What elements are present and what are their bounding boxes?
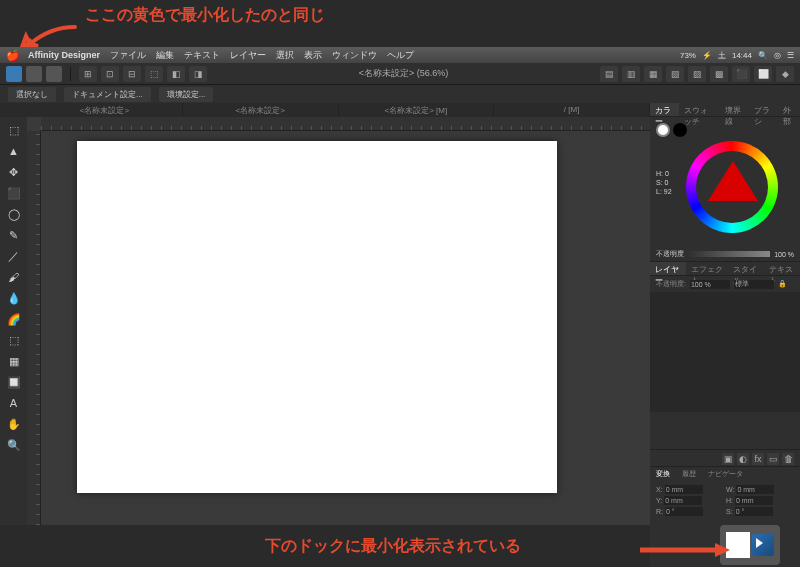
canvas[interactable] xyxy=(77,141,557,493)
persona-pixel-icon[interactable] xyxy=(26,66,42,82)
battery-status[interactable]: 73% xyxy=(680,51,696,60)
adjustment-icon[interactable]: ◐ xyxy=(737,453,749,465)
notification-icon[interactable]: ☰ xyxy=(787,51,794,60)
fill-swatch[interactable] xyxy=(656,123,670,137)
spotlight-icon[interactable]: 🔍 xyxy=(758,51,768,60)
canvas-viewport[interactable] xyxy=(27,117,650,525)
fx-icon[interactable]: fx xyxy=(752,453,764,465)
color-triangle[interactable] xyxy=(708,161,758,201)
persona-designer-icon[interactable] xyxy=(6,66,22,82)
mask-icon[interactable]: ▣ xyxy=(722,453,734,465)
menu-text[interactable]: テキスト xyxy=(184,49,220,62)
toolbar-btn[interactable]: ▩ xyxy=(710,66,728,82)
tab-brushes[interactable]: ブラシ xyxy=(749,103,778,116)
tab-swatches[interactable]: スウォッチ xyxy=(679,103,720,116)
shape-tool-icon[interactable]: ▦ xyxy=(5,352,23,370)
tab-layers[interactable]: レイヤー xyxy=(650,262,686,275)
day-label: 土 xyxy=(718,50,726,61)
tab-transform[interactable]: 変換 xyxy=(650,467,676,481)
toolbar-btn[interactable]: ⊟ xyxy=(123,66,141,82)
transform-y-input[interactable] xyxy=(664,496,702,505)
toolbar-btn[interactable]: ⬚ xyxy=(145,66,163,82)
toolbar-btn[interactable]: ◨ xyxy=(189,66,207,82)
color-wheel[interactable] xyxy=(686,141,778,233)
tab-external[interactable]: 外部 xyxy=(778,103,801,116)
menu-file[interactable]: ファイル xyxy=(110,49,146,62)
ruler-horizontal[interactable] xyxy=(41,117,650,131)
pan-tool-icon[interactable]: ✋ xyxy=(5,415,23,433)
siri-icon[interactable]: ◎ xyxy=(774,51,781,60)
transform-r-input[interactable] xyxy=(665,507,703,516)
toolbar-btn[interactable]: ▤ xyxy=(600,66,618,82)
tab-stroke[interactable]: 境界線 xyxy=(720,103,749,116)
menu-help[interactable]: ヘルプ xyxy=(387,49,414,62)
opacity-value[interactable]: 100 % xyxy=(774,251,794,258)
menu-layer[interactable]: レイヤー xyxy=(230,49,266,62)
preferences-button[interactable]: 環境設定... xyxy=(159,87,214,102)
group-icon[interactable]: ▭ xyxy=(767,453,779,465)
app-name[interactable]: Affinity Designer xyxy=(28,50,100,60)
lock-icon[interactable]: 🔒 xyxy=(778,280,787,288)
wifi-icon[interactable]: ⚡ xyxy=(702,51,712,60)
trash-icon[interactable]: 🗑 xyxy=(782,453,794,465)
ellipse-tool-icon[interactable]: ◯ xyxy=(5,205,23,223)
transform-h-input[interactable] xyxy=(735,496,773,505)
document-tab[interactable]: / [M] xyxy=(494,103,650,117)
fill-tool-icon[interactable]: 💧 xyxy=(5,289,23,307)
clock[interactable]: 14:44 xyxy=(732,51,752,60)
toolbar-btn[interactable]: ▨ xyxy=(688,66,706,82)
toolbar-btn[interactable]: ▧ xyxy=(666,66,684,82)
menu-edit[interactable]: 編集 xyxy=(156,49,174,62)
layers-list[interactable] xyxy=(650,292,800,412)
toolbar-btn[interactable]: ⊞ xyxy=(79,66,97,82)
toolbar-btn[interactable]: ◧ xyxy=(167,66,185,82)
tab-styles[interactable]: スタイル xyxy=(728,262,764,275)
artboard-tool-icon[interactable]: 🔲 xyxy=(5,373,23,391)
menu-select[interactable]: 選択 xyxy=(276,49,294,62)
menu-window[interactable]: ウィンドウ xyxy=(332,49,377,62)
toolbar-btn[interactable]: ▥ xyxy=(622,66,640,82)
layer-opacity-label: 不透明度: xyxy=(656,279,686,289)
tab-color[interactable]: カラー xyxy=(650,103,679,116)
document-tab[interactable]: <名称未設定> [M] xyxy=(339,103,495,117)
ruler-vertical[interactable] xyxy=(27,131,41,525)
document-tab[interactable]: <名称未設定> xyxy=(27,103,183,117)
document-tab[interactable]: <名称未設定> xyxy=(183,103,339,117)
pencil-tool-icon[interactable]: ／ xyxy=(5,247,23,265)
apple-menu-icon[interactable]: 🍎 xyxy=(6,49,20,62)
annotation-top: ここの黄色で最小化したのと同じ xyxy=(85,5,325,26)
point-tool-icon[interactable]: ✥ xyxy=(5,163,23,181)
crop-tool-icon[interactable]: ⬚ xyxy=(5,331,23,349)
opacity-slider[interactable] xyxy=(688,251,770,257)
toolbar-btn[interactable]: ⬜ xyxy=(754,66,772,82)
zoom-tool-icon[interactable]: 🔍 xyxy=(5,436,23,454)
move-tool-icon[interactable]: ⬚ xyxy=(5,121,23,139)
arrow-bottom-icon xyxy=(640,541,730,559)
tab-effects[interactable]: エフェクト xyxy=(686,262,728,275)
transform-w-input[interactable] xyxy=(736,485,774,494)
toolbar-btn[interactable]: ◆ xyxy=(776,66,794,82)
pen-tool-icon[interactable]: ✎ xyxy=(5,226,23,244)
toolbar-btn[interactable]: ⬛ xyxy=(732,66,750,82)
transform-x-input[interactable] xyxy=(665,485,703,494)
tools-panel: ⬚ ▲ ✥ ⬛ ◯ ✎ ／ 🖌 💧 🌈 ⬚ ▦ 🔲 A ✋ 🔍 xyxy=(0,117,27,525)
menu-view[interactable]: 表示 xyxy=(304,49,322,62)
transform-s-input[interactable] xyxy=(735,507,773,516)
persona-export-icon[interactable] xyxy=(46,66,62,82)
toolbar-btn[interactable]: ⊡ xyxy=(101,66,119,82)
tab-navigator[interactable]: ナビゲータ xyxy=(702,467,749,481)
affinity-app-icon[interactable] xyxy=(752,534,774,556)
document-setup-button[interactable]: ドキュメント設定... xyxy=(64,87,151,102)
tab-text[interactable]: テキスト xyxy=(764,262,800,275)
text-tool-icon[interactable]: A xyxy=(5,394,23,412)
brush-tool-icon[interactable]: 🖌 xyxy=(5,268,23,286)
tab-history[interactable]: 履歴 xyxy=(676,467,702,481)
gradient-tool-icon[interactable]: 🌈 xyxy=(5,310,23,328)
stroke-swatch[interactable] xyxy=(673,123,687,137)
color-panel-tabs: カラー スウォッチ 境界線 ブラシ 外部 xyxy=(650,103,800,117)
node-tool-icon[interactable]: ▲ xyxy=(5,142,23,160)
layer-opacity-input[interactable] xyxy=(690,280,730,289)
toolbar-btn[interactable]: ▦ xyxy=(644,66,662,82)
rectangle-tool-icon[interactable]: ⬛ xyxy=(5,184,23,202)
layer-blend-select[interactable] xyxy=(734,280,774,289)
